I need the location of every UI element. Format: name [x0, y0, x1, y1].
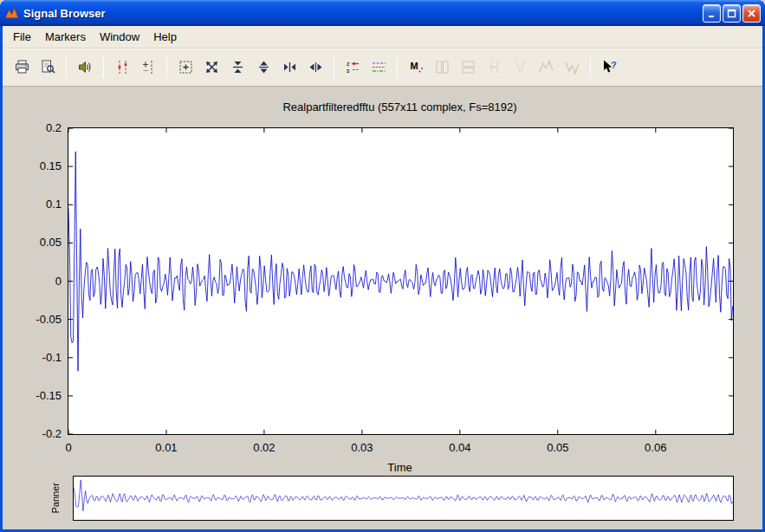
valley-icon: [564, 59, 580, 75]
crossed-markers-icon: [512, 59, 528, 75]
help-pointer-icon: ?: [601, 59, 618, 75]
menu-help[interactable]: Help: [146, 28, 184, 46]
compress-x-icon: [282, 59, 298, 75]
y-tick-label: -0.15: [4, 389, 62, 402]
tile-horizontal-button: [456, 55, 480, 80]
signal-trace: [68, 152, 733, 371]
panner-canvas: [74, 477, 733, 520]
maximize-button[interactable]: [723, 4, 741, 23]
valley-markers-button: [560, 55, 584, 80]
main-plot-canvas: [68, 128, 733, 434]
minimize-icon: [706, 8, 717, 19]
crossed-markers-button: [508, 55, 532, 80]
preview-icon: [40, 59, 56, 75]
measurements-button[interactable]: M: [404, 55, 428, 80]
tile-vert-icon: [434, 59, 451, 75]
panner-label-wrap: Panner: [49, 476, 62, 521]
x-tick-label: 0: [42, 441, 94, 454]
play-sound-button[interactable]: [73, 55, 97, 80]
svg-text:z: z: [347, 61, 350, 67]
expand-x-icon: [308, 59, 324, 75]
toolbar-separator: [103, 57, 104, 78]
x-tick-label: 0.02: [238, 441, 290, 454]
zoom-out-x-button[interactable]: [303, 55, 327, 80]
window-title: Signal Browser: [23, 7, 698, 20]
linked-markers-icon: [486, 59, 502, 75]
titlebar[interactable]: Signal Browser: [0, 0, 765, 26]
window-controls: [703, 4, 761, 23]
array-signals-icon: [371, 59, 387, 75]
zoom-in-x-button[interactable]: [277, 55, 301, 80]
y-tick-label: 0.2: [4, 121, 62, 134]
y-tick-label: -0.05: [4, 313, 62, 326]
menu-markers[interactable]: Markers: [38, 28, 93, 46]
tile-horz-icon: [460, 59, 477, 75]
menu-window[interactable]: Window: [93, 28, 146, 46]
toolbar-separator: [590, 57, 591, 78]
y-tick-label: 0.1: [4, 198, 62, 211]
main-plot[interactable]: [68, 127, 734, 435]
x-axis-label: Time: [68, 461, 732, 474]
panner-trace: [74, 480, 733, 511]
figure-area: Realpartfilteredfftu (557x11 complex, Fs…: [3, 87, 762, 529]
maximize-icon: [726, 8, 737, 19]
svg-text:M: M: [410, 61, 418, 71]
peak-icon: [538, 59, 554, 75]
mouse-zoom-button[interactable]: [173, 55, 198, 80]
toolbar-separator: [334, 57, 334, 78]
peak-markers-button: [534, 55, 558, 80]
zoom-in-y-button[interactable]: [225, 55, 250, 80]
printer-icon: [14, 59, 30, 75]
close-button[interactable]: [742, 4, 761, 23]
x-tick-label: 0.05: [532, 441, 584, 454]
svg-text:s: s: [347, 68, 350, 74]
linked-markers-button: [482, 55, 506, 80]
x-tick-label: 0.04: [434, 441, 486, 454]
y-tick-label: -0.2: [4, 427, 62, 440]
close-icon: [746, 8, 757, 19]
array-signals-button[interactable]: [366, 55, 391, 80]
whats-this-help-button[interactable]: ?: [597, 55, 621, 80]
y-tick-label: -0.1: [4, 351, 62, 364]
y-tick-label: 0: [4, 275, 62, 288]
toolbar-separator: [397, 57, 398, 78]
window-body: File Markers Window Help zsM? Realpartfi…: [3, 26, 762, 529]
menubar: File Markers Window Help: [3, 26, 762, 49]
marker-select-icon: [140, 59, 157, 75]
x-tick-label: 0.06: [630, 441, 682, 454]
chart-title: Realpartfilteredfftu (557x11 complex, Fs…: [68, 101, 732, 114]
zoom-rect-icon: [178, 59, 194, 75]
menu-file[interactable]: File: [6, 28, 38, 46]
x-tick-label: 0.01: [140, 441, 192, 454]
signal-browser-window: Signal Browser File Markers Window Help …: [0, 0, 765, 532]
minimize-button[interactable]: [703, 4, 721, 23]
x-tick-label: 0.03: [336, 441, 388, 454]
y-tick-label: 0.15: [4, 159, 62, 172]
print-button[interactable]: [10, 55, 34, 80]
select-trace-button[interactable]: zs: [340, 55, 365, 80]
toolbar: zsM?: [3, 49, 762, 87]
zoom-full-icon: [204, 59, 220, 75]
trace-select-icon: zs: [345, 59, 361, 75]
markers-button[interactable]: [110, 55, 134, 80]
panner[interactable]: [73, 476, 734, 521]
toolbar-separator: [66, 57, 67, 78]
speaker-icon: [77, 59, 94, 75]
zoom-out-y-button[interactable]: [251, 55, 276, 80]
y-tick-label: 0.05: [4, 236, 62, 249]
select-marker-button[interactable]: [136, 55, 160, 80]
toolbar-separator: [166, 57, 167, 78]
measure-icon: M: [408, 59, 425, 75]
panner-label: Panner: [50, 483, 61, 513]
print-preview-button[interactable]: [36, 55, 60, 80]
expand-y-icon: [256, 59, 272, 75]
matlab-app-icon: [4, 6, 19, 21]
markers-icon: [114, 59, 131, 75]
full-view-button[interactable]: [199, 55, 224, 80]
svg-text:?: ?: [611, 60, 617, 70]
compress-y-icon: [230, 59, 246, 75]
tile-vertical-button: [430, 55, 454, 80]
